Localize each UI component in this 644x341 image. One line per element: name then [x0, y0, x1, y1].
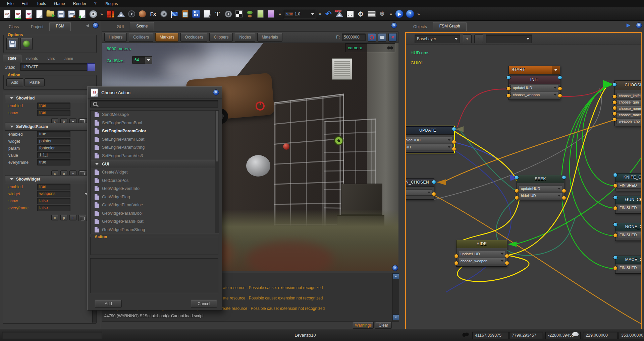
fsm-node-gun[interactable]: GUN_CH FINISHED	[615, 196, 642, 214]
fsm-node-knife[interactable]: KNIFE_CH FINISHED	[615, 173, 642, 191]
node-row[interactable]: choose_mace	[616, 112, 642, 118]
import-icon[interactable]	[78, 9, 87, 18]
prop-value[interactable]: fontcolor	[37, 145, 70, 151]
menu-plugins[interactable]: Plugins	[101, 1, 121, 6]
event-port[interactable]	[562, 189, 566, 193]
collapse-icon[interactable]	[10, 178, 13, 180]
new-file-icon[interactable]	[35, 9, 44, 18]
prop-value[interactable]: true	[37, 103, 70, 109]
node-row[interactable]: choose_none	[616, 106, 642, 112]
camera-view-icon[interactable]	[378, 33, 386, 42]
event-port[interactable]	[452, 147, 456, 151]
open-folder-icon[interactable]	[46, 9, 55, 18]
snowflake-icon[interactable]: ❄	[378, 9, 387, 18]
event-port[interactable]	[612, 94, 617, 99]
tab-scene[interactable]: Scene	[130, 22, 154, 31]
node-row[interactable]: updateHUD	[519, 186, 562, 192]
fsm-graph-canvas[interactable]: BaseLayer + - HUD.gms GUI01	[405, 32, 642, 330]
action-item[interactable]: GetWidgetParamString	[91, 226, 219, 234]
state-in-port[interactable]	[613, 195, 618, 200]
clipboard-icon[interactable]	[181, 9, 190, 18]
prop-value[interactable]: true	[37, 184, 70, 190]
action-item[interactable]: GetCursorPos	[91, 177, 219, 185]
fsm-node-start[interactable]: START	[508, 66, 560, 74]
event-port[interactable]	[613, 184, 618, 188]
action-item[interactable]: SetEngineParamFLoat	[91, 135, 219, 144]
event-port[interactable]	[612, 100, 617, 105]
state-color-swatch[interactable]	[87, 63, 95, 71]
event-port[interactable]	[613, 233, 618, 237]
tab-project[interactable]: Project	[25, 23, 49, 31]
fsm-node-seek[interactable]: SEEK updateHUD hideHUD	[517, 175, 564, 200]
state-out-port[interactable]	[562, 175, 566, 180]
menu-edit[interactable]: Edit	[18, 1, 32, 6]
node-row[interactable]: weapon_cho	[616, 119, 642, 124]
action-section-gui[interactable]: GUI	[91, 160, 219, 168]
state-in-port[interactable]	[452, 127, 456, 131]
power-marker-gizmo[interactable]	[256, 101, 265, 111]
tab-gui[interactable]: GUI	[111, 23, 130, 31]
run-fsm-button[interactable]	[20, 38, 33, 50]
collapse-panel-icon[interactable]: ◀	[86, 23, 89, 28]
state-in-port[interactable]	[515, 175, 519, 180]
warnings-button[interactable]: Warnings	[353, 322, 374, 329]
event-port[interactable]	[612, 117, 617, 122]
event-port[interactable]	[612, 112, 617, 116]
camera-selector[interactable]: camera	[345, 43, 395, 52]
panel-close-icon[interactable]: ×	[636, 22, 642, 28]
rubik-cube-icon[interactable]	[106, 9, 115, 18]
node-row[interactable]: updateHUD	[511, 85, 558, 91]
prop-value[interactable]: true	[37, 110, 70, 116]
tab-fsm[interactable]: FSM	[49, 22, 70, 31]
clear-log-button[interactable]: Clear	[375, 322, 392, 329]
state-in-port[interactable]	[506, 75, 511, 80]
action-item[interactable]: GetWidgetFlag	[91, 193, 219, 201]
tab-fsm-graph[interactable]: FSM Graph	[433, 22, 467, 31]
menu-help[interactable]: ?	[91, 1, 100, 6]
gridsize-value[interactable]: 64	[132, 56, 146, 64]
dialog-titlebar[interactable]: S2 Choose Action ×	[88, 87, 222, 98]
event-port[interactable]	[506, 93, 511, 98]
node-row[interactable]: choose_weapon	[458, 258, 505, 264]
event-port[interactable]	[505, 254, 509, 258]
node-row[interactable]: FINISHED	[617, 232, 642, 238]
group-header[interactable]: ShowHud	[5, 94, 92, 102]
fsm-node-on-chosen[interactable]: N_CHOSEN	[405, 178, 434, 200]
action-list-box[interactable]: SendMessage SetEngineParamBool SetEngine…	[90, 110, 219, 234]
menu-tools[interactable]: Tools	[33, 1, 50, 6]
add-button[interactable]: +	[69, 215, 76, 220]
fsm-node-update[interactable]: UPDATE hideHUD HIT	[405, 126, 454, 153]
prop-value[interactable]: true	[37, 131, 70, 137]
filter-markers[interactable]: Markers	[155, 33, 178, 42]
node-row[interactable]: FINISHED	[617, 182, 642, 189]
text-tool-icon[interactable]: T	[213, 9, 222, 18]
menu-game[interactable]: Game	[50, 1, 69, 6]
s2-open-project-icon[interactable]: S2	[13, 9, 22, 18]
event-port[interactable]	[558, 86, 562, 91]
event-port[interactable]	[558, 93, 562, 98]
group-header[interactable]: SetWidgetParam	[5, 123, 92, 131]
notepad-icon[interactable]	[202, 9, 211, 18]
f-value-input[interactable]: 5000000	[342, 33, 366, 41]
terrain-icon[interactable]	[116, 9, 125, 18]
node-row[interactable]: updateHUD	[458, 251, 505, 257]
prop-value[interactable]: 1,1,1	[37, 152, 70, 158]
fsm-node-none[interactable]: NONE_C FINISHED	[615, 223, 642, 241]
save-fsm-button[interactable]	[6, 38, 18, 50]
collapse-icon[interactable]	[10, 126, 13, 128]
speaker-icon[interactable]	[224, 9, 233, 18]
fx-icon[interactable]: Fx	[149, 9, 158, 18]
camera-delete-icon[interactable]: ×	[388, 33, 397, 42]
node-row[interactable]: HIT	[405, 144, 452, 150]
sphere-marker-gizmo[interactable]	[283, 143, 289, 150]
event-port[interactable]	[562, 196, 566, 200]
event-port[interactable]	[506, 86, 511, 91]
node-row[interactable]: hideHUD	[405, 137, 452, 143]
keyboard-icon[interactable]	[367, 9, 376, 18]
fsm-node-choose-weapon[interactable]: CHOOSE_W choose_knife choose_gun choose_…	[614, 80, 642, 126]
menu-render[interactable]: Render	[69, 1, 90, 6]
chevron-down-icon[interactable]	[552, 66, 560, 74]
node-row[interactable]: FINISHED	[617, 265, 642, 271]
fsm-node-hide[interactable]: HIDE updateHUD choose_weapon	[456, 240, 507, 267]
state-in-port[interactable]	[432, 180, 436, 184]
